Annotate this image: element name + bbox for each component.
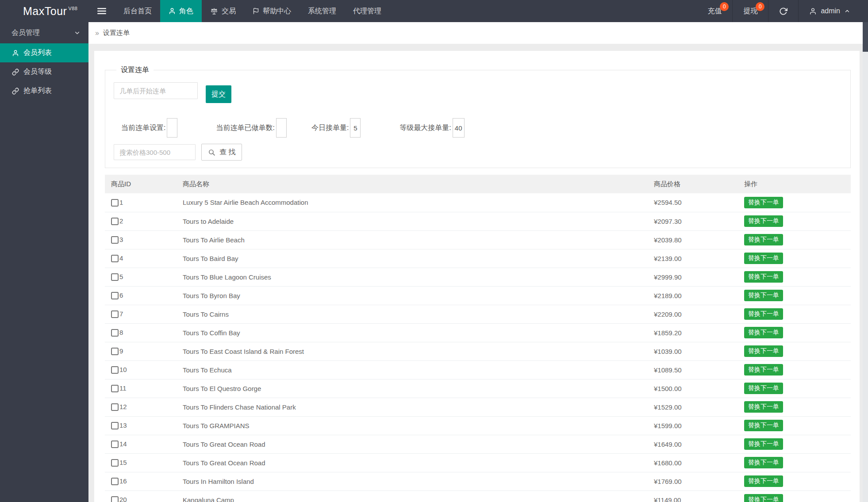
row-action-button[interactable]: 替换下一单 — [744, 420, 783, 431]
row-name: Tours To Byron Bay — [177, 286, 648, 305]
row-action-button[interactable]: 替换下一单 — [744, 290, 783, 301]
main-area: » 设置连单 设置连单 提交 当前连单设置: 当前连单已做单数: — [88, 22, 868, 502]
stat-value-box[interactable] — [276, 118, 287, 138]
row-checkbox[interactable] — [111, 348, 119, 355]
stat-value-box[interactable] — [167, 118, 177, 138]
row-action-button[interactable]: 替换下一单 — [744, 234, 783, 245]
row-id: 13 — [119, 422, 127, 429]
sidebar-group-member-management[interactable]: 会员管理 — [0, 22, 88, 43]
row-name: Tours To Coffin Bay — [177, 323, 648, 342]
row-action-button[interactable]: 替换下一单 — [744, 457, 783, 468]
column-header-product-id: 商品ID — [105, 175, 177, 193]
chain-order-count-input[interactable] — [114, 82, 198, 99]
nav-item-label: 后台首页 — [123, 7, 152, 16]
row-id: 8 — [119, 329, 123, 336]
stat-value-box[interactable]: 5 — [350, 118, 361, 138]
row-checkbox[interactable] — [111, 441, 119, 448]
row-checkbox[interactable] — [111, 422, 119, 429]
refresh-icon — [779, 7, 787, 15]
row-id: 5 — [119, 273, 123, 280]
table-header-row: 商品ID 商品名称 商品价格 操作 — [105, 175, 851, 193]
nav-item-help-center[interactable]: 帮助中心 — [244, 0, 300, 22]
nav-item-label: 系统管理 — [308, 7, 336, 16]
admin-menu[interactable]: admin — [798, 0, 861, 22]
stat-chain-orders-done: 当前连单已做单数: — [216, 118, 286, 138]
refresh-button[interactable] — [768, 0, 798, 22]
table-row: 4 Tours To Baird Bay ¥2139.00 替换下一单 — [105, 249, 851, 268]
row-price: ¥1859.20 — [648, 323, 738, 342]
row-checkbox[interactable] — [111, 199, 119, 207]
nav-right-area: 充值 0 提现 0 admin — [697, 0, 861, 22]
nav-item-system-management[interactable]: 系统管理 — [300, 0, 345, 22]
sidebar: 会员管理 会员列表 会员等级 抢单列表 — [0, 22, 88, 502]
row-action-button[interactable]: 替换下一单 — [744, 253, 783, 264]
row-checkbox[interactable] — [111, 366, 119, 374]
row-checkbox[interactable] — [111, 273, 119, 281]
stat-today-orders: 今日接单量: 5 — [311, 118, 361, 138]
recharge-button[interactable]: 充值 0 — [697, 0, 732, 22]
sidebar-item-member-level[interactable]: 会员等级 — [0, 62, 88, 81]
row-action-button[interactable]: 替换下一单 — [744, 438, 783, 450]
row-checkbox[interactable] — [111, 385, 119, 392]
row-action-button[interactable]: 替换下一单 — [744, 401, 783, 413]
sidebar-item-label: 抢单列表 — [23, 86, 52, 96]
table-row: 12 Tours To Flinders Chase National Park… — [105, 398, 851, 416]
stat-current-chain-setting: 当前连单设置: — [121, 118, 177, 138]
search-icon — [208, 149, 215, 156]
row-action-button[interactable]: 替换下一单 — [744, 215, 783, 227]
row-checkbox[interactable] — [111, 218, 119, 225]
stat-label: 等级最大接单量: — [399, 123, 451, 133]
row-action-button[interactable]: 替换下一单 — [744, 308, 783, 320]
row-id: 12 — [119, 403, 127, 410]
row-action-button[interactable]: 替换下一单 — [744, 364, 783, 376]
row-action-button[interactable]: 替换下一单 — [744, 475, 783, 487]
row-checkbox[interactable] — [111, 329, 119, 337]
nav-item-agent-management[interactable]: 代理管理 — [345, 0, 390, 22]
row-id: 14 — [119, 440, 127, 448]
row-id: 11 — [119, 384, 127, 392]
link-icon — [12, 88, 19, 95]
row-action-button[interactable]: 替换下一单 — [744, 271, 783, 283]
top-navbar: MaxTour V88 后台首页 角色 交易 帮助中心 — [0, 0, 868, 22]
row-checkbox[interactable] — [111, 478, 119, 485]
row-id: 15 — [119, 459, 127, 466]
table-row: 11 Tours To El Questro Gorge ¥1500.00 替换… — [105, 379, 851, 398]
row-checkbox[interactable] — [111, 496, 119, 502]
price-search-input[interactable] — [114, 144, 196, 160]
row-name: Tours To Great Ocean Road — [177, 435, 648, 453]
stat-value-box[interactable]: 40 — [453, 118, 465, 138]
row-price: ¥2999.90 — [648, 268, 738, 286]
scrollbar-thumb[interactable] — [863, 22, 868, 52]
row-checkbox[interactable] — [111, 403, 119, 411]
nav-item-role[interactable]: 角色 — [160, 0, 202, 22]
search-button[interactable]: 查 找 — [201, 144, 242, 161]
row-name: Luxury 5 Star Airlie Beach Accommodation — [177, 193, 648, 212]
row-checkbox[interactable] — [111, 236, 119, 244]
row-action-button[interactable]: 替换下一单 — [744, 197, 783, 208]
nav-item-backend-home[interactable]: 后台首页 — [115, 0, 160, 22]
table-row: 3 Tours To Airlie Beach ¥2039.80 替换下一单 — [105, 230, 851, 249]
row-id: 3 — [119, 236, 123, 243]
sidebar-item-grab-order-list[interactable]: 抢单列表 — [0, 81, 88, 100]
row-action-button[interactable]: 替换下一单 — [744, 383, 783, 394]
nav-item-trade[interactable]: 交易 — [202, 0, 244, 22]
sidebar-item-label: 会员等级 — [23, 67, 52, 77]
row-action-button[interactable]: 替换下一单 — [744, 345, 783, 357]
hamburger-icon[interactable] — [88, 0, 115, 22]
row-checkbox[interactable] — [111, 459, 119, 467]
submit-button[interactable]: 提交 — [206, 85, 231, 103]
column-header-product-price: 商品价格 — [648, 175, 738, 193]
row-checkbox[interactable] — [111, 292, 119, 299]
sidebar-item-member-list[interactable]: 会员列表 — [0, 43, 88, 62]
stat-label: 当前连单设置: — [121, 123, 165, 133]
row-action-button[interactable]: 替换下一单 — [744, 327, 783, 338]
withdraw-button[interactable]: 提现 0 — [732, 0, 768, 22]
row-price: ¥2039.80 — [648, 230, 738, 249]
chevron-down-icon — [74, 30, 81, 36]
row-price: ¥1599.00 — [648, 416, 738, 435]
row-action-button[interactable]: 替换下一单 — [744, 494, 783, 502]
app-logo-version: V88 — [68, 6, 77, 11]
row-checkbox[interactable] — [111, 310, 119, 318]
table-row: 14 Tours To Great Ocean Road ¥1649.00 替换… — [105, 435, 851, 453]
row-checkbox[interactable] — [111, 255, 119, 262]
